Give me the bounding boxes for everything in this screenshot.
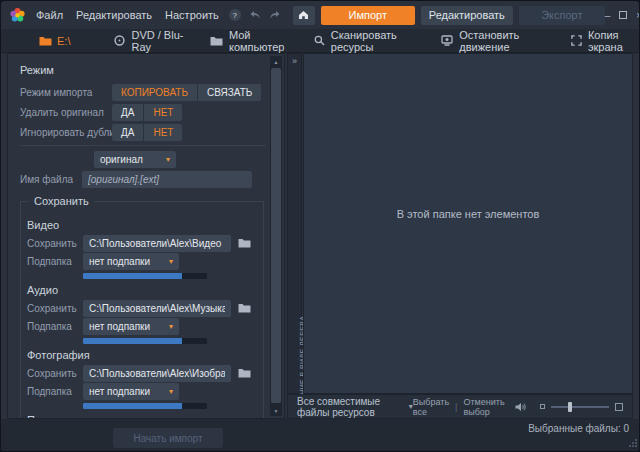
group-title: Фотография xyxy=(27,349,257,361)
disk-space-bar xyxy=(83,273,207,279)
save-label: Сохранить xyxy=(27,368,83,379)
section-divider xyxy=(20,145,266,146)
photo-subfolder-dropdown[interactable]: нет подпапки ▾ xyxy=(83,383,179,400)
scroll-down-icon[interactable]: ▼ xyxy=(270,405,282,416)
save-section-title: Сохранить xyxy=(29,195,94,207)
file-filter-label: Все совместимые файлы ресурсов xyxy=(297,396,404,418)
export-mode-button[interactable]: Экспорт xyxy=(519,6,605,25)
tab-drive-e[interactable]: E:\ xyxy=(39,35,70,47)
zoom-out-icon[interactable] xyxy=(540,404,545,409)
app-logo-icon xyxy=(9,7,26,24)
delete-original-row: Удалить оригинал ДА НЕТ xyxy=(20,102,266,122)
disk-space-bar xyxy=(83,403,207,409)
resize-grip[interactable] xyxy=(629,437,637,449)
photo-path-input[interactable] xyxy=(83,365,231,382)
disc-icon xyxy=(114,35,125,46)
save-group-photo: Фотография Сохранить Подпапка xyxy=(27,349,257,409)
maximize-icon[interactable] xyxy=(619,11,627,19)
import-mode-toggle: КОПИРОВАТЬ СВЯЗАТЬ xyxy=(112,84,261,101)
mode-nav: Импорт Редактировать Экспорт xyxy=(293,6,605,25)
edit-mode-button[interactable]: Редактировать xyxy=(421,6,513,25)
tab-stop-motion[interactable]: Остановить движение xyxy=(441,29,546,53)
zoom-slider-track[interactable] xyxy=(551,406,609,408)
start-import-button[interactable]: Начать импорт xyxy=(113,428,223,448)
subfolder-label: Подпапка xyxy=(27,386,83,397)
option-no[interactable]: НЕТ xyxy=(144,104,182,121)
folder-icon xyxy=(238,368,251,378)
empty-folder-message: В этой папке нет элементов xyxy=(397,208,540,220)
tab-dvd-bluray[interactable]: DVD / Blu-Ray xyxy=(114,29,185,53)
option-copy[interactable]: КОПИРОВАТЬ xyxy=(112,84,198,101)
save-path-row: Сохранить xyxy=(27,234,257,252)
window-controls: – × xyxy=(605,10,640,21)
video-path-input[interactable] xyxy=(83,235,231,252)
close-icon[interactable]: × xyxy=(636,10,640,21)
deselect-link[interactable]: Отменить выбор xyxy=(463,397,505,417)
browse-folder-button[interactable] xyxy=(234,300,254,316)
app-window: Файл Редактировать Настроить ? Импорт Ре… xyxy=(0,0,640,452)
delete-original-toggle: ДА НЕТ xyxy=(112,104,182,121)
home-icon xyxy=(298,10,309,20)
save-group-project: Проект Сохранить xyxy=(27,414,257,418)
settings-scrollbar[interactable]: ▲ ▼ xyxy=(270,56,282,416)
option-yes[interactable]: ДА xyxy=(112,104,144,121)
mode-section-title: Режим xyxy=(20,64,266,76)
audio-path-input[interactable] xyxy=(83,300,231,317)
tab-my-computer[interactable]: Мой компьютер xyxy=(210,29,289,53)
save-section: Сохранить Видео Сохранить По xyxy=(20,195,264,418)
save-label: Сохранить xyxy=(27,238,83,249)
browse-folder-button[interactable] xyxy=(234,235,254,251)
thumbnail-zoom-slider xyxy=(540,403,623,411)
select-all-link[interactable]: Выбрать все xyxy=(413,397,449,417)
zoom-in-icon[interactable] xyxy=(615,403,623,411)
filename-row: Имя файла xyxy=(20,170,266,189)
video-subfolder-dropdown[interactable]: нет подпапки ▾ xyxy=(83,253,179,270)
speaker-icon[interactable] xyxy=(515,402,526,412)
search-icon xyxy=(314,35,325,46)
browser-toolbar: Все совместимые файлы ресурсов ▾ Выбрать… xyxy=(287,394,633,419)
menu-file[interactable]: Файл xyxy=(36,9,63,21)
undo-icon[interactable] xyxy=(249,10,261,20)
file-filter-dropdown[interactable]: Все совместимые файлы ресурсов ▾ xyxy=(297,396,413,418)
asset-browser: В этой папке нет элементов xyxy=(303,53,633,394)
footer-bar: Начать импорт Выбранные файлы: 0 xyxy=(1,419,639,451)
subfolder-label: Подпапка xyxy=(27,321,83,332)
audio-subfolder-dropdown[interactable]: нет подпапки ▾ xyxy=(83,318,179,335)
tab-snapshot[interactable]: Копия экрана xyxy=(571,29,639,53)
scrollbar-thumb[interactable] xyxy=(271,68,281,403)
expand-panel-icon[interactable]: » xyxy=(288,57,301,66)
menu-setup[interactable]: Настроить xyxy=(165,9,219,21)
chevron-down-icon: ▾ xyxy=(161,257,173,266)
naming-dropdown[interactable]: оригинал ▾ xyxy=(94,151,176,168)
group-title: Аудио xyxy=(27,284,257,296)
scroll-up-icon[interactable]: ▲ xyxy=(270,56,282,67)
option-yes[interactable]: ДА xyxy=(112,124,144,141)
import-mode-button[interactable]: Импорт xyxy=(321,6,415,25)
save-path-row: Сохранить xyxy=(27,364,257,382)
option-link[interactable]: СВЯЗАТЬ xyxy=(198,84,261,101)
zoom-slider-knob[interactable] xyxy=(568,402,572,412)
menu-edit[interactable]: Редактировать xyxy=(76,9,152,21)
help-icon[interactable]: ? xyxy=(229,9,241,21)
tab-label: Сканировать ресурсы xyxy=(331,29,416,53)
source-tabbar: E:\ DVD / Blu-Ray Мой компьютер xyxy=(1,29,639,53)
tab-scan-assets[interactable]: Сканировать ресурсы xyxy=(314,29,416,53)
browse-folder-button[interactable] xyxy=(234,365,254,381)
tab-label: Мой компьютер xyxy=(229,29,289,53)
save-group-audio: Аудио Сохранить Подпапка нет п xyxy=(27,284,257,344)
option-no[interactable]: НЕТ xyxy=(144,124,182,141)
filename-input[interactable] xyxy=(82,171,252,188)
folder-icon xyxy=(210,36,223,46)
folder-icon xyxy=(39,36,52,46)
import-settings-panel: Режим Режим импорта КОПИРОВАТЬ СВЯЗАТЬ У… xyxy=(7,53,285,419)
settings-content: Режим Режим импорта КОПИРОВАТЬ СВЯЗАТЬ У… xyxy=(8,54,266,418)
group-title: Видео xyxy=(27,219,257,231)
minimize-icon[interactable]: – xyxy=(605,10,611,21)
redo-icon[interactable] xyxy=(269,10,281,20)
save-group-video: Видео Сохранить Подпапка нет п xyxy=(27,219,257,279)
tree-view-strip[interactable]: » ПРЕДСТАВЛЕНИЕ В ВИДЕ ДЕРЕВА xyxy=(287,53,302,394)
folder-icon xyxy=(238,303,251,313)
ignore-duplicates-row: Игнорировать дублика... ДА НЕТ xyxy=(20,122,266,142)
save-path-row: Сохранить xyxy=(27,299,257,317)
home-button[interactable] xyxy=(293,6,315,25)
